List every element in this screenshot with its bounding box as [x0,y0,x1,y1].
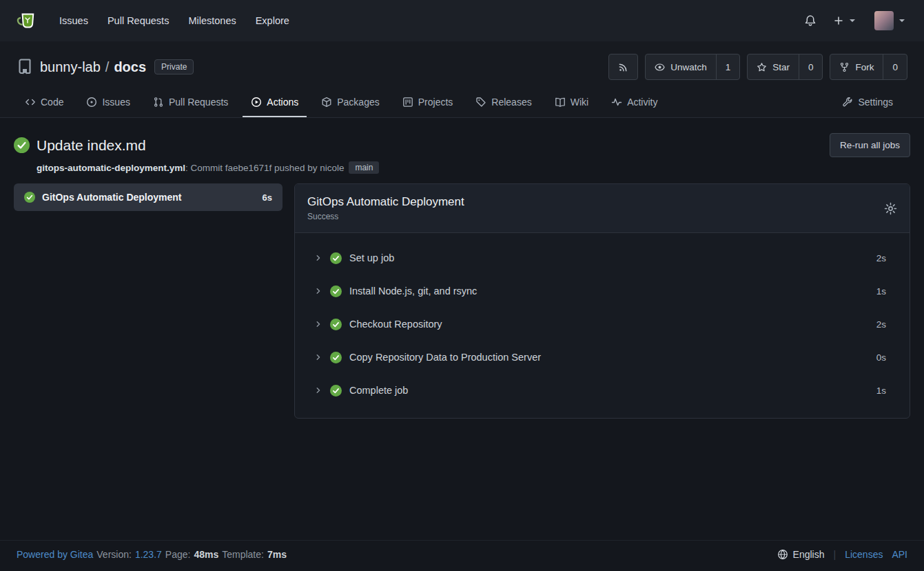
job-detail-panel: GitOps Automatic Deployment Success Set … [294,183,910,419]
page-time-value: 48ms [194,549,218,560]
template-time-label: Template: [222,549,264,560]
tab-label: Activity [627,97,657,108]
footer-links: English | Licenses API [777,549,907,560]
rss-icon [618,62,628,72]
tab-label: Code [41,97,63,108]
step-row[interactable]: Install Node.js, git, and rsync 1s [295,274,910,308]
nav-item-pull-requests[interactable]: Pull Requests [98,9,178,32]
star-label: Star [772,62,790,72]
repo-icon [17,59,33,75]
tab-label: Wiki [571,97,588,108]
star-button[interactable]: Star [748,54,799,79]
rerun-all-jobs-button[interactable]: Re-run all jobs [830,133,910,157]
code-icon [25,97,36,108]
success-check-icon [330,385,342,397]
job-steps-list: Set up job 2s Install Node.js, git, and … [295,233,910,418]
chevron-right-icon [314,319,323,329]
step-duration: 1s [876,286,886,297]
tab-wiki[interactable]: Wiki [546,88,597,117]
tab-code[interactable]: Code [17,88,72,117]
chevron-down-icon [896,15,907,26]
user-menu-dropdown[interactable] [874,11,907,30]
success-check-icon [24,192,35,203]
package-icon [321,97,332,108]
version-link[interactable]: 1.23.7 [135,549,162,560]
tab-settings[interactable]: Settings [834,88,901,117]
book-icon [555,97,566,108]
success-check-icon [330,286,342,297]
visibility-badge: Private [154,59,194,74]
run-header: Update index.md Re-run all jobs [14,133,910,157]
actions-run-page: Update index.md Re-run all jobs gitops-a… [0,118,924,540]
repo-header: bunny-lab / docs Private Unwatch 1 [0,41,924,118]
create-new-dropdown[interactable] [833,15,858,26]
footer-divider: | [834,549,836,560]
tab-issues[interactable]: Issues [78,88,138,117]
workflow-file-link[interactable]: gitops-automatic-deployment.yml [37,163,185,173]
tab-pull-requests[interactable]: Pull Requests [145,88,236,117]
fork-button-group: Fork 0 [830,54,907,80]
tab-label: Actions [267,97,298,108]
issue-circle-icon [86,97,97,108]
nav-item-issues[interactable]: Issues [50,9,98,32]
step-row[interactable]: Set up job 2s [295,241,910,274]
repo-title: bunny-lab / docs [40,59,146,75]
job-list-item[interactable]: GitOps Automatic Deployment 6s [14,183,283,211]
job-list-sidebar: GitOps Automatic Deployment 6s [14,183,283,211]
repo-owner-link[interactable]: bunny-lab [40,59,101,75]
tag-icon [475,97,486,108]
tab-activity[interactable]: Activity [603,88,666,117]
tab-label: Projects [418,97,453,108]
navbar-right [804,11,907,30]
tab-releases[interactable]: Releases [467,88,540,117]
licenses-link[interactable]: Licenses [845,549,883,560]
stars-count[interactable]: 0 [799,54,823,79]
chevron-right-icon [314,253,323,263]
step-duration: 0s [876,352,886,363]
top-navbar: Issues Pull Requests Milestones Explore [0,0,924,41]
footer-info: Powered by Gitea Version: 1.23.7 Page: 4… [17,549,287,560]
unwatch-button[interactable]: Unwatch [646,54,716,79]
job-panel-title: GitOps Automatic Deployment [307,194,464,210]
rss-button-segment[interactable] [609,54,637,79]
version-label: Version: [96,549,132,560]
tab-projects[interactable]: Projects [394,88,462,117]
rss-feed-button[interactable] [608,54,638,80]
tab-actions[interactable]: Actions [243,88,307,117]
play-circle-icon [251,97,262,108]
tab-packages[interactable]: Packages [313,88,387,117]
repo-name-link[interactable]: docs [114,59,146,75]
repo-tabs: Code Issues Pull Requests Actions Packag… [17,88,907,117]
bell-icon [804,14,817,27]
unwatch-label: Unwatch [670,62,707,72]
nav-item-explore[interactable]: Explore [246,9,299,32]
nav-item-milestones[interactable]: Milestones [178,9,245,32]
watch-button-group: Unwatch 1 [645,54,740,80]
notifications-button[interactable] [804,14,817,27]
globe-icon [777,549,788,560]
step-row[interactable]: Complete job 1s [295,374,910,407]
main-nav: Issues Pull Requests Milestones Explore [50,9,299,32]
gitea-logo-icon[interactable] [17,10,39,32]
page-footer: Powered by Gitea Version: 1.23.7 Page: 4… [0,540,924,571]
tab-label: Pull Requests [169,97,228,108]
step-row[interactable]: Checkout Repository 2s [295,308,910,341]
api-link[interactable]: API [892,549,907,560]
tab-label: Issues [102,97,130,108]
job-duration: 6s [263,192,272,203]
user-avatar [874,11,894,30]
gear-icon[interactable] [884,202,897,215]
forks-count[interactable]: 0 [883,54,907,79]
plus-icon [833,15,844,26]
language-selector[interactable]: English [777,549,825,560]
step-name: Copy Repository Data to Production Serve… [349,352,876,363]
success-check-icon [330,352,342,363]
repo-action-buttons: Unwatch 1 Star 0 Fork 0 [608,54,907,80]
job-panel-title-block: GitOps Automatic Deployment Success [307,194,464,222]
powered-by-gitea-link[interactable]: Powered by Gitea [17,549,93,560]
watchers-count[interactable]: 1 [716,54,740,79]
step-row[interactable]: Copy Repository Data to Production Serve… [295,341,910,374]
step-name: Complete job [349,385,876,396]
fork-button[interactable]: Fork [830,54,883,79]
branch-badge[interactable]: main [349,161,379,174]
